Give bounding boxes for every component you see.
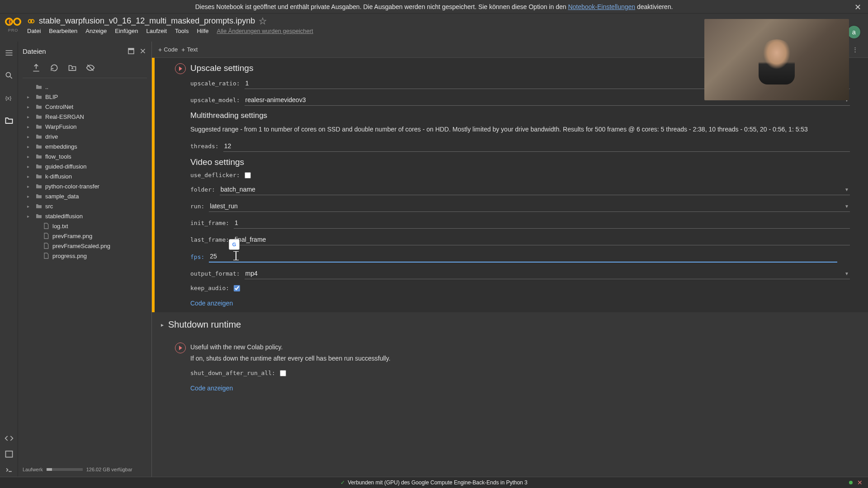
- upload-icon[interactable]: [32, 63, 41, 72]
- notebook-icon: [27, 17, 35, 25]
- threads-label: threads:: [190, 143, 223, 150]
- shutdown-flag-checkbox[interactable]: [280, 370, 286, 376]
- file-tree: .. ▸BLIP ▸ControlNet ▸Real-ESRGAN ▸WarpF…: [23, 82, 147, 261]
- banner-close-icon[interactable]: ✕: [854, 2, 861, 12]
- translate-widget-icon[interactable]: G: [229, 239, 240, 250]
- hidden-files-icon[interactable]: [86, 63, 95, 72]
- tree-folder[interactable]: ▸Real-ESRGAN: [23, 112, 147, 122]
- upscale-ratio-label: upscale_ratio:: [190, 80, 245, 87]
- tree-folder[interactable]: ▸python-color-transfer: [23, 181, 147, 191]
- svg-rect-6: [6, 451, 13, 457]
- shutdown-flag-label: shut_down_after_run_all:: [190, 370, 280, 376]
- activity-bar: {x}: [0, 42, 18, 477]
- upscale-model-label: upscale_model:: [190, 97, 245, 103]
- files-icon[interactable]: [5, 116, 14, 125]
- code-snippets-icon[interactable]: [5, 434, 14, 443]
- shutdown-p2: If on, shuts down the runtime after ever…: [190, 354, 850, 363]
- banner-text: Dieses Notebook ist geöffnet und enthält…: [195, 3, 568, 10]
- status-dot-icon: [849, 481, 853, 484]
- show-code-link[interactable]: Code anzeigen: [190, 300, 233, 307]
- keep-audio-checkbox[interactable]: [234, 285, 240, 291]
- tree-folder[interactable]: ▸stablediffusion: [23, 211, 147, 221]
- svg-text:{x}: {x}: [5, 95, 11, 101]
- tree-folder[interactable]: ▸WarpFusion: [23, 122, 147, 131]
- video-title: Video settings: [190, 157, 850, 167]
- disk-status: Laufwerk 126.02 GB verfügbar: [23, 467, 132, 472]
- search-icon[interactable]: [5, 71, 14, 80]
- colab-logo[interactable]: PRO: [5, 16, 22, 33]
- deflicker-label: use_deflicker:: [190, 172, 245, 178]
- refresh-icon[interactable]: [50, 63, 59, 72]
- menu-hilfe[interactable]: Hilfe: [197, 28, 208, 34]
- tree-folder[interactable]: ▸k-diffusion: [23, 171, 147, 181]
- menu-tools[interactable]: Tools: [175, 28, 189, 34]
- folder-select[interactable]: batch_name▼: [220, 184, 850, 195]
- shutdown-section-header[interactable]: ▸ Shutdown runtime: [152, 312, 868, 337]
- svg-rect-8: [128, 48, 134, 50]
- tree-folder[interactable]: ▸embeddings: [23, 141, 147, 151]
- chevron-right-icon: ▸: [161, 322, 164, 328]
- init-frame-input[interactable]: [234, 217, 850, 229]
- mount-drive-icon[interactable]: [68, 63, 77, 72]
- tree-folder[interactable]: ▸ControlNet: [23, 102, 147, 112]
- tree-file[interactable]: progress.png: [23, 251, 147, 261]
- fps-input[interactable]: [209, 251, 837, 263]
- variables-icon[interactable]: {x}: [5, 94, 14, 103]
- files-sidebar: Dateien .. ▸BLIP ▸ControlNet ▸Real-ESRGA…: [18, 42, 152, 477]
- document-title[interactable]: stable_warpfusion_v0_16_12_multi_masked_…: [39, 16, 255, 26]
- chevron-down-icon: ▼: [844, 204, 849, 209]
- output-format-select[interactable]: mp4▼: [245, 268, 850, 279]
- status-close-icon[interactable]: ✕: [857, 479, 863, 486]
- tree-folder[interactable]: ▸flow_tools: [23, 151, 147, 161]
- last-frame-label: last_frame:: [190, 236, 234, 243]
- tree-file[interactable]: prevFrame.png: [23, 231, 147, 241]
- tree-parent[interactable]: ..: [23, 82, 147, 92]
- tree-folder[interactable]: ▸BLIP: [23, 92, 147, 102]
- save-status[interactable]: Alle Änderungen wurden gespeichert: [217, 28, 313, 34]
- add-text-button[interactable]: Text: [181, 46, 198, 53]
- shutdown-cell[interactable]: Useful with the new Colab policy. If on,…: [152, 337, 868, 397]
- logo-subtext: PRO: [8, 28, 19, 33]
- new-window-icon[interactable]: [127, 47, 135, 55]
- fps-label: fps:: [190, 253, 209, 260]
- folder-label: folder:: [190, 186, 220, 193]
- threads-input[interactable]: [223, 141, 850, 152]
- chevron-down-icon: ▼: [844, 187, 849, 192]
- tree-folder[interactable]: ▸drive: [23, 131, 147, 141]
- close-sidebar-icon[interactable]: [139, 47, 147, 55]
- output-format-label: output_format:: [190, 270, 245, 277]
- tree-folder[interactable]: ▸sample_data: [23, 191, 147, 201]
- keep-audio-label: keep_audio:: [190, 285, 234, 291]
- multithread-title: Multithreading settings: [190, 111, 850, 120]
- tree-file[interactable]: log.txt: [23, 221, 147, 231]
- init-frame-label: init_frame:: [190, 220, 234, 226]
- menu-anzeige[interactable]: Anzeige: [85, 28, 107, 34]
- deflicker-checkbox[interactable]: [245, 172, 251, 178]
- star-icon[interactable]: [259, 17, 267, 25]
- menu-datei[interactable]: Datei: [27, 28, 41, 34]
- last-frame-input[interactable]: [234, 234, 850, 245]
- show-code-link[interactable]: Code anzeigen: [190, 385, 233, 392]
- menu-bearbeiten[interactable]: Bearbeiten: [49, 28, 77, 34]
- menu-laufzeit[interactable]: Laufzeit: [146, 28, 167, 34]
- banner-text-after: deaktivieren.: [637, 3, 673, 10]
- run-button[interactable]: [175, 343, 186, 353]
- toc-icon[interactable]: [5, 48, 14, 57]
- run-button[interactable]: [175, 63, 186, 74]
- tree-folder[interactable]: ▸src: [23, 201, 147, 211]
- connection-status: Verbunden mit (GPU) des Google Compute E…: [348, 479, 528, 486]
- tree-folder[interactable]: ▸guided-diffusion: [23, 161, 147, 171]
- add-code-button[interactable]: Code: [158, 46, 178, 53]
- command-icon[interactable]: [5, 465, 14, 474]
- svg-point-1: [14, 19, 20, 25]
- svg-point-4: [6, 72, 10, 77]
- tree-file[interactable]: prevFrameScaled.png: [23, 241, 147, 251]
- multithread-desc: Suggested range - from 1 to number of co…: [190, 125, 850, 134]
- notebook-content[interactable]: Code Text ⌃ ⋮ Upscale settings upscale_r…: [152, 42, 868, 477]
- more-icon[interactable]: ⋮: [849, 46, 862, 53]
- run-select[interactable]: latest_run▼: [209, 201, 850, 212]
- sidebar-title: Dateien: [23, 47, 46, 55]
- menu-einfuegen[interactable]: Einfügen: [115, 28, 138, 34]
- banner-link[interactable]: Notebook-Einstellungen: [568, 3, 635, 10]
- terminal-icon[interactable]: [5, 450, 14, 459]
